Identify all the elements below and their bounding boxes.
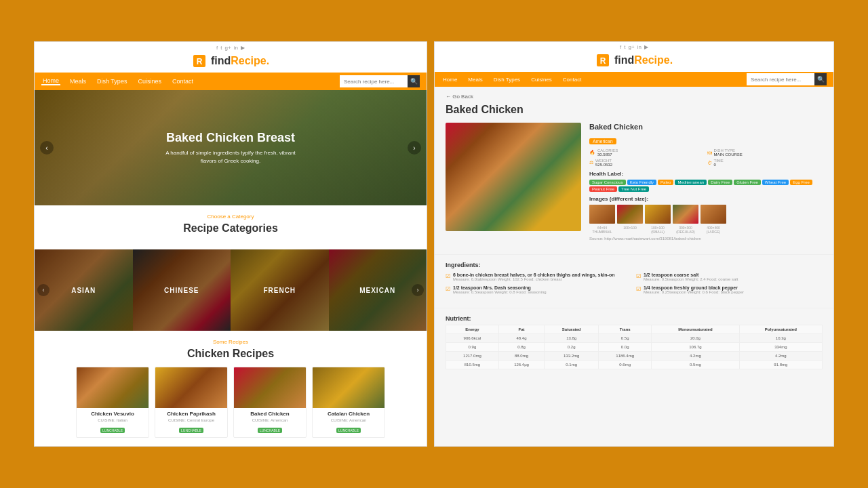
nut-riboflavin-3: 0.5mg xyxy=(652,361,740,369)
li-icon[interactable]: in xyxy=(234,45,238,51)
thumb-0[interactable] xyxy=(589,205,615,224)
nut-carbo-1: 0.9g xyxy=(446,343,499,352)
category-next-arrow[interactable]: › xyxy=(412,284,424,296)
nut-potassium-2: 1186.4mg xyxy=(599,352,652,361)
right-gp-icon[interactable]: g+ xyxy=(629,44,635,50)
left-social-icons: f t g+ in ▶ xyxy=(216,45,245,51)
ing-measure-3: Measure: 0.25teaspoon Weight: 0.6 Food: … xyxy=(644,290,744,294)
dish-type-icon: 🍽 xyxy=(707,150,712,155)
hero-next-arrow[interactable]: › xyxy=(408,141,421,155)
fb-icon[interactable]: f xyxy=(216,45,218,51)
ingredients-title: Ingredients: xyxy=(446,262,823,268)
left-search-button[interactable]: 🔍 xyxy=(408,75,420,87)
tag-egg-free: Egg Free xyxy=(790,180,812,185)
ing-check-2: ☑ xyxy=(446,286,450,292)
hero-banner: ‹ Baked Chicken Breast A handful of simp… xyxy=(35,90,427,205)
nut-th-trans: Trans xyxy=(599,325,652,334)
left-panel: f t g+ in ▶ R findRecipe. Home Meals Dis… xyxy=(34,41,427,447)
nut-cholesterol-1: 334mg xyxy=(739,343,822,352)
detail-stats: 🔥 CALORIES 30.5857 🍽 DISH TYPE MAIN COUR… xyxy=(589,148,823,167)
thumb-2[interactable] xyxy=(645,205,671,224)
left-logo[interactable]: R findRecipe. xyxy=(192,54,269,68)
right-logo-text: findRecipe. xyxy=(614,54,673,66)
right-nav-cuisines[interactable]: Cuisines xyxy=(530,77,553,83)
ingredient-3: ☑ 1/4 teaspoon freshly ground black pepp… xyxy=(636,285,823,294)
recipe-detail-info: Baked Chicken American 🔥 CALORIES 30.585… xyxy=(589,123,823,241)
tw-icon[interactable]: t xyxy=(220,45,222,51)
thumb-3[interactable] xyxy=(673,205,698,224)
category-prev-arrow[interactable]: ‹ xyxy=(37,284,50,296)
recipe-card-3[interactable]: Catalan Chicken CUISINE: American LUNCHA… xyxy=(312,367,385,438)
right-nav-dish-types[interactable]: Dish Types xyxy=(492,77,521,83)
right-nav-contact[interactable]: Contact xyxy=(561,77,583,83)
right-social-icons: f t g+ in ▶ xyxy=(620,44,648,50)
ingredients-grid: ☑ 6 bone-in chicken breast halves, or 6 … xyxy=(446,272,823,294)
logo-text: findRecipe. xyxy=(211,55,269,67)
nut-zinc-2: 4.2mg xyxy=(739,352,822,361)
hero-subtitle: A handful of simple ingredients typify t… xyxy=(163,149,298,164)
right-logo[interactable]: R findRecipe. xyxy=(595,53,673,68)
tag-dairy-free: Dairy Free xyxy=(708,180,732,185)
ing-detail-0: 6 bone-in chicken breast halves, or 6 ch… xyxy=(453,272,614,281)
right-nav-home[interactable]: Home xyxy=(441,77,458,83)
recipe-badge-3: LUNCHABLE xyxy=(336,428,361,433)
categories-title: Recipe Categories xyxy=(41,222,420,235)
right-nav-meals[interactable]: Meals xyxy=(467,77,484,83)
recipe-detail-title: Baked Chicken xyxy=(446,104,823,116)
ingredient-0: ☑ 6 bone-in chicken breast halves, or 6 … xyxy=(446,272,632,281)
dish-type-info: DISH TYPE MAIN COURSE xyxy=(714,148,743,157)
nutrient-row-2: 1217.0mg 88.0mg 133.2mg 1186.4mg 4.2mg 4… xyxy=(446,352,823,361)
right-search-input[interactable] xyxy=(747,73,814,85)
right-search-button[interactable]: 🔍 xyxy=(814,73,827,85)
gp-icon[interactable]: g+ xyxy=(225,45,231,51)
left-site-header: f t g+ in ▶ R findRecipe. xyxy=(35,42,427,73)
nav-meals[interactable]: Meals xyxy=(68,78,87,85)
recipe-meta-1: CUISINE: Central Europe xyxy=(158,418,224,422)
recipe-card-0[interactable]: Chicken Vesuvio CUISINE: Italian LUNCHAB… xyxy=(76,367,149,438)
category-cards: ASIAN CHINESE FRENCH MEXICAN xyxy=(35,249,427,331)
recipe-name-3: Catalan Chicken xyxy=(315,411,382,417)
nav-contact[interactable]: Contact xyxy=(171,78,195,85)
recipes-label: Some Recipes xyxy=(41,339,420,345)
nut-th-fat: Fat xyxy=(498,325,544,334)
thumb-lbl-2: 100×100 (SMALL) xyxy=(645,226,671,234)
left-search-input[interactable] xyxy=(340,75,408,87)
thumb-lbl-4: 400×400 (LARGE) xyxy=(701,226,726,234)
weight-value: 525.0532 xyxy=(595,163,612,167)
category-chinese[interactable]: CHINESE xyxy=(133,249,231,331)
ing-check-0: ☑ xyxy=(446,273,450,279)
calories-info: CALORIES 30.5857 xyxy=(597,148,618,157)
go-back-link[interactable]: ← Go Back xyxy=(446,94,823,100)
nav-cuisines[interactable]: Cuisines xyxy=(136,78,163,85)
tag-wheat-free: Wheat Free xyxy=(762,180,789,185)
recipe-card-1[interactable]: Chicken Paprikash CUISINE: Central Europ… xyxy=(155,367,228,438)
recipe-img-0 xyxy=(77,367,149,408)
thumb-4[interactable] xyxy=(701,205,726,224)
tag-paleo: Paleo xyxy=(658,180,673,185)
health-tags: Sugar Conscious Keto Friendly Paleo Medi… xyxy=(589,180,823,192)
category-french[interactable]: FRENCH xyxy=(231,249,329,331)
asian-label: ASIAN xyxy=(71,287,96,294)
right-tw-icon[interactable]: t xyxy=(624,44,625,50)
recipe-detail: ← Go Back Baked Chicken Baked Chicken Am… xyxy=(435,87,833,247)
ing-detail-2: 1/2 teaspoon Mrs. Dash seasoning Measure… xyxy=(453,285,547,294)
health-label-title: Health Label: xyxy=(589,171,823,177)
nut-niacin-3: 91.8mg xyxy=(739,361,822,369)
nut-fiber-1: 0.2g xyxy=(545,343,599,352)
right-yt-icon[interactable]: ▶ xyxy=(644,44,648,50)
nutrient-row-0: 906.6kcal 48.4g 13.8g 0.5g 20.0g 10.3g xyxy=(446,334,823,343)
nut-protein-1: 106.7g xyxy=(652,343,740,352)
time-value: 0 xyxy=(714,163,724,167)
nutrient-row-3: 810.5mg 126.4μg 0.1mg 0.6mg 0.5mg 91.8mg xyxy=(446,361,823,369)
recipe-main-image xyxy=(446,123,581,231)
thumb-1[interactable] xyxy=(617,205,643,224)
right-fb-icon[interactable]: f xyxy=(620,44,621,50)
right-li-icon[interactable]: in xyxy=(637,44,642,50)
yt-icon[interactable]: ▶ xyxy=(241,45,245,51)
recipe-card-2[interactable]: Baked Chicken CUISINE: American LUNCHABL… xyxy=(233,367,307,438)
hero-prev-arrow[interactable]: ‹ xyxy=(40,141,54,155)
nav-dish-types[interactable]: Dish Types xyxy=(96,78,128,85)
nut-sodium-2: 1217.0mg xyxy=(446,352,499,361)
stat-time: ⏱ TIME 0 xyxy=(707,159,823,167)
nav-home[interactable]: Home xyxy=(41,77,60,85)
